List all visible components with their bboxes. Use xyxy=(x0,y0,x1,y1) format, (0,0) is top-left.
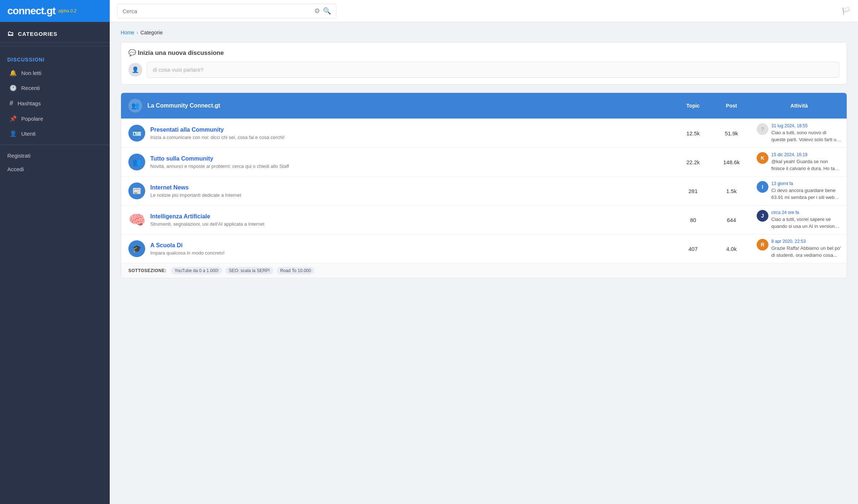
activity-time[interactable]: 8 apr 2020, 22:53 xyxy=(771,239,842,244)
table-rows: 🪪 Presentati alla Community Inizia a com… xyxy=(121,119,847,263)
sottosezione-tag-1[interactable]: SEO: scala la SERP! xyxy=(225,267,274,274)
sidebar: connect.gt alpha 0.2 🗂 CATEGORIES DISCUS… xyxy=(0,0,110,504)
logo-area: connect.gt alpha 0.2 xyxy=(0,0,110,22)
cat-activity: J circa 24 ore fa Ciao a tutti, vorrei s… xyxy=(752,206,847,233)
cat-title[interactable]: Intelligenza Artificiale xyxy=(150,213,264,220)
cat-icon: 🪪 xyxy=(128,125,145,142)
activity-content: 8 apr 2020, 22:53 Grazie Raffa! Abbiamo … xyxy=(771,239,842,258)
registrati-button[interactable]: Registrati xyxy=(0,149,110,162)
sidebar-divider-2 xyxy=(0,145,110,145)
sidebar-item-non-letti[interactable]: 🔔 Non letti xyxy=(2,66,108,80)
sidebar-item-label: Hashtags xyxy=(18,100,41,106)
categories-icon: 🗂 xyxy=(7,30,14,38)
new-discussion-input[interactable]: di cosa vuoi parlare? xyxy=(147,62,839,78)
new-discussion-title: 💬 Inizia una nuova discussione xyxy=(128,49,839,57)
activity-avatar: K xyxy=(757,152,768,164)
table-header-topic: Topic xyxy=(675,97,711,114)
categories-header: 🗂 CATEGORIES xyxy=(0,22,110,42)
sidebar-item-hashtags[interactable]: # Hashtags xyxy=(2,96,108,111)
breadcrumb-current: Categorie xyxy=(140,30,163,35)
cat-posts: 1.5k xyxy=(711,184,752,198)
activity-avatar: I xyxy=(757,181,768,193)
search-icon[interactable]: 🔍 xyxy=(323,7,331,15)
pin-icon: 📌 xyxy=(10,115,17,122)
sottosezione-tag-2[interactable]: Road To 10.000 xyxy=(276,267,315,274)
content-area: Home › Categorie 💬 Inizia una nuova disc… xyxy=(110,22,858,504)
flag-icon[interactable]: 🏳️ xyxy=(842,7,851,15)
cat-posts: 148.6k xyxy=(711,155,752,169)
activity-time[interactable]: 31 lug 2024, 18:55 xyxy=(771,123,842,128)
sidebar-item-label: Recenti xyxy=(21,85,40,91)
cat-activity: I 13 giorni fa Ci devo ancora guardare b… xyxy=(752,177,847,204)
cat-text: Internet News Le notizie più importanti … xyxy=(150,184,241,198)
table-row: 🎓 A Scuola Di Impara qualcosa in modo co… xyxy=(121,234,847,263)
breadcrumb: Home › Categorie xyxy=(121,30,847,35)
activity-avatar: J xyxy=(757,210,768,222)
cat-posts: 51.9k xyxy=(711,127,752,140)
activity-text: Ci devo ancora guardare bene 63.91 mi se… xyxy=(771,187,842,200)
activity-text: Ciao a tutti, sono nuovo di queste parti… xyxy=(771,129,842,143)
registrati-label: Registrati xyxy=(7,153,30,159)
activity-content: circa 24 ore fa Ciao a tutti, vorrei sap… xyxy=(771,210,842,229)
cat-topics: 22.2k xyxy=(675,155,711,169)
activity-content: 15 dic 2024, 16:19 @kal yeah! Guarda se … xyxy=(771,152,842,172)
activity-avatar: R xyxy=(757,239,768,251)
activity-time[interactable]: 15 dic 2024, 16:19 xyxy=(771,152,842,157)
activity-content: 31 lug 2024, 18:55 Ciao a tutti, sono nu… xyxy=(771,123,842,143)
cat-posts: 644 xyxy=(711,213,752,227)
search-container[interactable]: ⚙ 🔍 xyxy=(117,4,336,18)
sottosezione-label: SOTTOSEZIONE: xyxy=(128,268,166,273)
activity-time[interactable]: 13 giorni fa xyxy=(771,181,842,186)
search-input[interactable] xyxy=(123,8,311,14)
cat-topics: 12.5k xyxy=(675,127,711,140)
sidebar-item-label: Popolare xyxy=(21,116,43,122)
topbar: ⚙ 🔍 🏳️ xyxy=(110,0,858,22)
cat-activity: R 8 apr 2020, 22:53 Grazie Raffa! Abbiam… xyxy=(752,235,847,262)
table-header-community-icon: 👥 xyxy=(128,99,142,113)
logo-text[interactable]: connect.gt xyxy=(7,5,56,17)
accedi-label: Accedi xyxy=(7,166,24,172)
cat-title[interactable]: Internet News xyxy=(150,184,241,191)
sottosezione-tag-0[interactable]: YouTube da 0 a 1.000! xyxy=(171,267,222,274)
topbar-right: 🏳️ xyxy=(842,7,851,15)
sidebar-divider xyxy=(0,46,110,46)
cat-activity: K 15 dic 2024, 16:19 @kal yeah! Guarda s… xyxy=(752,148,847,175)
cat-desc: Inizia a comunicare con noi: dicci chi s… xyxy=(150,135,285,140)
table-row: 🧠 Intelligenza Artificiale Strumenti, se… xyxy=(121,205,847,234)
cat-topics: 281 xyxy=(675,184,711,198)
logo-alpha: alpha 0.2 xyxy=(59,8,76,14)
cat-text: A Scuola Di Impara qualcosa in modo conc… xyxy=(150,242,225,256)
cat-info: 🎓 A Scuola Di Impara qualcosa in modo co… xyxy=(121,234,675,263)
cat-title[interactable]: Tutto sulla Community xyxy=(150,155,289,162)
cat-activity: ? 31 lug 2024, 18:55 Ciao a tutti, sono … xyxy=(752,120,847,146)
discussioni-label: DISCUSSIONI xyxy=(0,50,110,65)
cat-info: 🪪 Presentati alla Community Inizia a com… xyxy=(121,119,675,147)
table-row: 🪪 Presentati alla Community Inizia a com… xyxy=(121,119,847,147)
table-header-activity: Attività xyxy=(752,97,847,114)
table-row: 👥 Tutto sulla Community Novità, annunci … xyxy=(121,147,847,176)
activity-time[interactable]: circa 24 ore fa xyxy=(771,210,842,215)
cat-info: 👥 Tutto sulla Community Novità, annunci … xyxy=(121,148,675,176)
cat-desc: Impara qualcosa in modo concreto! xyxy=(150,250,225,256)
cat-text: Tutto sulla Community Novità, annunci e … xyxy=(150,155,289,169)
activity-text: @kal yeah! Guarda se non finisce il calv… xyxy=(771,158,842,172)
main: ⚙ 🔍 🏳️ Home › Categorie 💬 Inizia una nuo… xyxy=(110,0,858,504)
cat-icon: 📰 xyxy=(128,183,145,199)
sidebar-item-utenti[interactable]: 👤 Utenti xyxy=(2,127,108,141)
categories-label: CATEGORIES xyxy=(18,31,57,37)
cat-info: 🧠 Intelligenza Artificiale Strumenti, se… xyxy=(121,206,675,234)
cat-title[interactable]: Presentati alla Community xyxy=(150,127,285,133)
table-header-post: Post xyxy=(711,97,752,114)
breadcrumb-separator: › xyxy=(136,30,138,35)
cat-title[interactable]: A Scuola Di xyxy=(150,242,225,249)
cat-desc: Novità, annunci e risposte ai problemi: … xyxy=(150,163,289,169)
table-header-community-name: La Community Connect.gt xyxy=(147,102,220,109)
sidebar-item-recenti[interactable]: 🕐 Recenti xyxy=(2,81,108,95)
sidebar-item-popolare[interactable]: 📌 Popolare xyxy=(2,112,108,126)
cat-icon: 🧠 xyxy=(128,211,145,228)
categories-table: 👥 La Community Connect.gt Topic Post Att… xyxy=(121,93,847,278)
breadcrumb-home[interactable]: Home xyxy=(121,30,134,35)
accedi-button[interactable]: Accedi xyxy=(0,162,110,176)
search-settings-icon[interactable]: ⚙ xyxy=(314,7,320,15)
cat-topics: 80 xyxy=(675,213,711,227)
